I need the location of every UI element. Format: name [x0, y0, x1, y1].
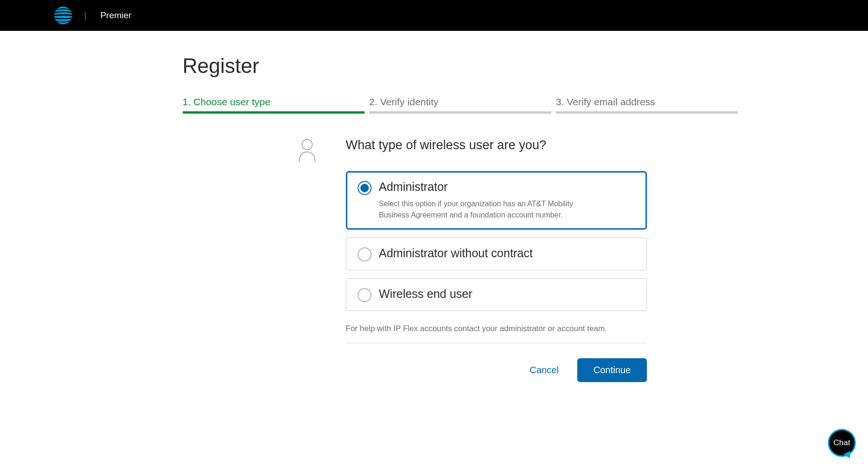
divider-line	[346, 343, 647, 343]
att-logo-icon[interactable]	[54, 6, 72, 25]
content-wrapper: What type of wireless user are you? Admi…	[183, 138, 738, 382]
form-section: What type of wireless user are you? Admi…	[346, 138, 647, 382]
radio-icon	[358, 247, 372, 261]
step-choose-user-type: 1. Choose user type	[183, 96, 365, 119]
step-verify-identity: 2. Verify identity	[369, 96, 551, 119]
radio-icon	[358, 181, 372, 195]
step-bar	[369, 111, 551, 114]
progress-steps: 1. Choose user type 2. Verify identity 3…	[183, 96, 738, 119]
option-description: Select this option if your organization …	[379, 198, 603, 221]
form-question: What type of wireless user are you?	[346, 138, 647, 152]
option-administrator[interactable]: Administrator Select this option if your…	[346, 171, 647, 230]
option-administrator-without-contract[interactable]: Administrator without contract	[346, 238, 647, 270]
step-bar	[556, 111, 738, 114]
step-verify-email: 3. Verify email address	[556, 96, 738, 119]
step-label: 2. Verify identity	[369, 96, 551, 108]
continue-button[interactable]: Continue	[577, 358, 646, 382]
person-icon	[297, 138, 318, 382]
form-actions: Cancel Continue	[346, 358, 647, 382]
option-title: Wireless end user	[379, 287, 635, 301]
step-bar	[183, 111, 365, 114]
radio-icon	[358, 288, 372, 302]
option-title: Administrator	[379, 180, 635, 194]
brand-label: Premier	[100, 10, 132, 21]
help-text: For help with IP Flex accounts contact y…	[346, 324, 647, 333]
cancel-button[interactable]: Cancel	[530, 365, 559, 376]
main-container: Register 1. Choose user type 2. Verify i…	[130, 31, 738, 382]
option-content: Administrator Select this option if your…	[379, 180, 635, 221]
step-label: 3. Verify email address	[556, 96, 738, 108]
header-divider: |	[84, 11, 86, 21]
option-content: Wireless end user	[379, 287, 635, 301]
svg-point-1	[302, 139, 312, 150]
step-label: 1. Choose user type	[183, 96, 365, 108]
option-title: Administrator without contract	[379, 246, 635, 260]
option-content: Administrator without contract	[379, 246, 635, 260]
option-wireless-end-user[interactable]: Wireless end user	[346, 278, 647, 311]
page-title: Register	[183, 54, 738, 78]
header-bar: | Premier	[0, 0, 868, 31]
